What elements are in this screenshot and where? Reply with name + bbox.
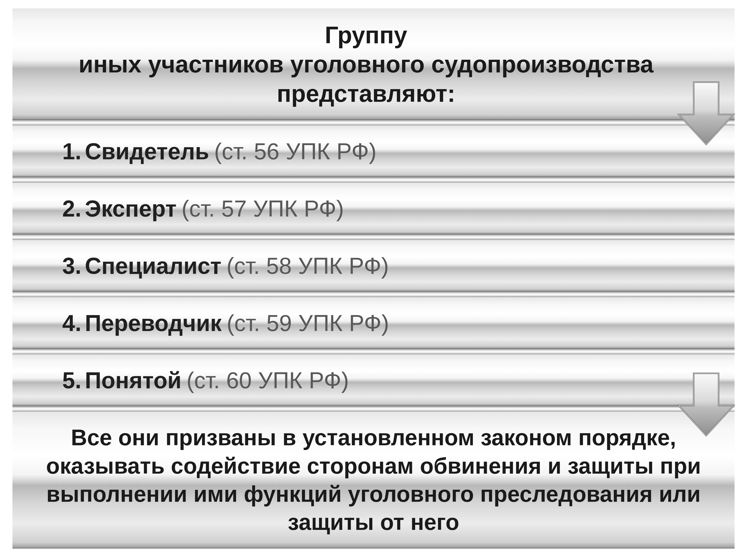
- divider: [12, 235, 735, 240]
- divider: [12, 120, 735, 126]
- item-number: 5.: [62, 367, 81, 394]
- header-line-2: иных участников уголовного судопроизводс…: [79, 50, 653, 79]
- header-line-3: представляют:: [277, 79, 456, 108]
- divider: [12, 292, 735, 297]
- item-number: 4.: [62, 310, 81, 336]
- item-number: 3.: [62, 253, 81, 279]
- item-term: Специалист: [85, 253, 222, 279]
- divider: [12, 177, 735, 183]
- footer-bar: Все они призваны в установленном законом…: [12, 412, 735, 549]
- item-ref: (ст. 57 УПК РФ): [182, 196, 344, 222]
- footer-text: Все они призваны в установленном законом…: [30, 424, 717, 537]
- content-panel: Группу иных участников уголовного судопр…: [12, 8, 735, 549]
- list-item: 3. Специалист (ст. 58 УПК РФ): [12, 240, 735, 292]
- item-ref: (ст. 58 УПК РФ): [226, 253, 389, 279]
- header-bar: Группу иных участников уголовного судопр…: [12, 8, 735, 120]
- divider: [12, 406, 735, 412]
- item-term: Эксперт: [85, 196, 177, 222]
- item-ref: (ст. 60 УПК РФ): [186, 367, 349, 394]
- item-ref: (ст. 59 УПК РФ): [227, 310, 389, 336]
- item-number: 1.: [62, 138, 81, 164]
- item-term: Переводчик: [85, 310, 222, 336]
- list-item: 4. Переводчик (ст. 59 УПК РФ): [12, 297, 735, 349]
- item-ref: (ст. 56 УПК РФ): [214, 138, 377, 164]
- item-number: 2.: [62, 196, 81, 222]
- item-term: Понятой: [85, 367, 182, 394]
- slide: Группу иных участников уголовного судопр…: [0, 0, 747, 560]
- divider: [12, 349, 735, 354]
- list-item: 5. Понятой (ст. 60 УПК РФ): [12, 354, 735, 406]
- header-line-1: Группу: [325, 20, 407, 50]
- item-term: Свидетель: [85, 138, 209, 164]
- list-item: 1. Свидетель (ст. 56 УПК РФ): [12, 126, 735, 177]
- list-item: 2. Эксперт (ст. 57 УПК РФ): [12, 183, 735, 235]
